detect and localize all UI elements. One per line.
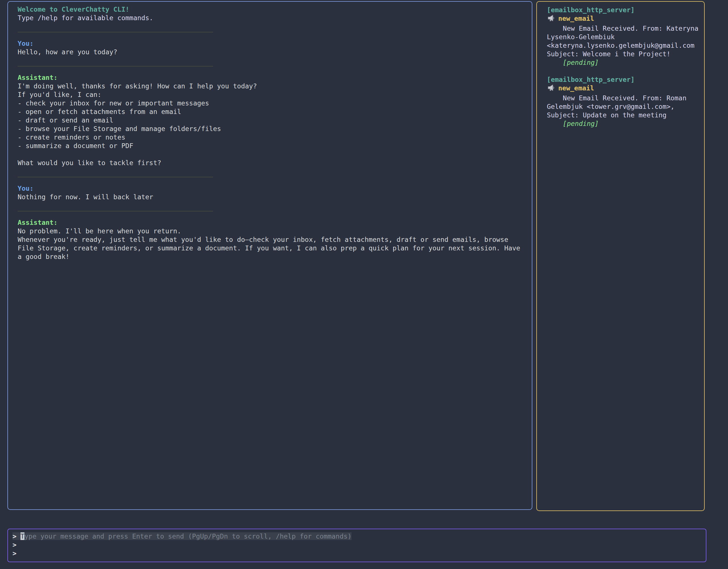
message-separator — [18, 211, 213, 212]
message-body: Hello, how are you today? — [18, 48, 526, 56]
tool-name-label: new_email — [558, 84, 594, 92]
notification-body: New Email Received. From: Roman Gelembju… — [547, 94, 700, 119]
message-input-line[interactable]: > Type your message and press Enter to s… — [13, 532, 706, 541]
prompt-chevron: > — [13, 532, 16, 540]
server-name-label: [emailbox_http_server] — [547, 75, 700, 84]
app-title: Welcome to CleverChatty CLI! — [18, 5, 526, 14]
chat-log-panel: Welcome to CleverChatty CLI! Type /help … — [7, 1, 532, 510]
message-input-panel[interactable]: > Type your message and press Enter to s… — [7, 529, 706, 562]
input-prompt-row[interactable]: > — [13, 541, 706, 549]
chat-message: You: Hello, how are you today? — [18, 39, 526, 56]
notification-body: New Email Received. From: Kateryna Lysen… — [547, 24, 700, 58]
status-badge: [pending] — [547, 58, 700, 67]
message-separator — [18, 66, 213, 67]
message-separator — [18, 32, 213, 32]
input-prompt-row[interactable]: > — [13, 549, 706, 558]
prompt-chevron: > — [13, 549, 16, 557]
status-badge: [pending] — [547, 119, 700, 128]
tool-event-line: new_email — [547, 84, 700, 94]
message-body: Nothing for now. I will back later — [18, 193, 526, 201]
notification-item: [emailbox_http_server] new_email New Ema… — [547, 6, 700, 67]
loudspeaker-icon — [547, 14, 555, 24]
message-role-label: You: — [18, 184, 526, 193]
tool-name-label: new_email — [558, 15, 594, 22]
welcome-block: Welcome to CleverChatty CLI! Type /help … — [18, 5, 526, 22]
chat-message: Assistant: I'm doing well, thanks for as… — [18, 73, 526, 167]
message-body: No problem. I'll be here when you return… — [18, 227, 526, 261]
prompt-chevron: > — [13, 541, 16, 549]
loudspeaker-icon — [547, 84, 555, 94]
message-role-label: You: — [18, 39, 526, 48]
notifications-panel: [emailbox_http_server] new_email New Ema… — [536, 1, 705, 511]
chat-message: Assistant: No problem. I'll be here when… — [18, 218, 526, 261]
server-name-label: [emailbox_http_server] — [547, 6, 700, 14]
message-body: I'm doing well, thanks for asking! How c… — [18, 82, 526, 167]
text-cursor: T — [20, 532, 24, 540]
message-role-label: Assistant: — [18, 218, 526, 227]
chat-message: You: Nothing for now. I will back later — [18, 184, 526, 201]
help-hint: Type /help for available commands. — [18, 14, 526, 22]
message-role-label: Assistant: — [18, 73, 526, 82]
message-separator — [18, 177, 213, 177]
tool-event-line: new_email — [547, 14, 700, 24]
input-placeholder: ype your message and press Enter to send… — [24, 532, 351, 540]
notification-item: [emailbox_http_server] new_email New Ema… — [547, 75, 700, 128]
